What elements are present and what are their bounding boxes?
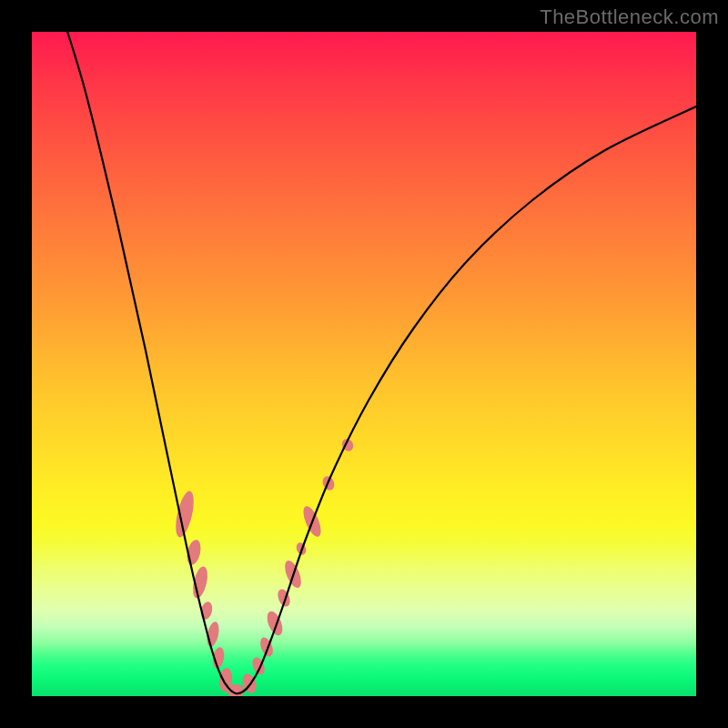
chart-plot-area xyxy=(32,32,696,696)
marker-point xyxy=(190,565,210,600)
bottleneck-curve xyxy=(65,32,696,693)
chart-svg xyxy=(32,32,696,696)
marker-point xyxy=(264,609,285,637)
watermark-text: TheBottleneck.com xyxy=(540,5,719,29)
chart-frame: TheBottleneck.com xyxy=(0,0,728,728)
marker-point xyxy=(258,636,275,659)
